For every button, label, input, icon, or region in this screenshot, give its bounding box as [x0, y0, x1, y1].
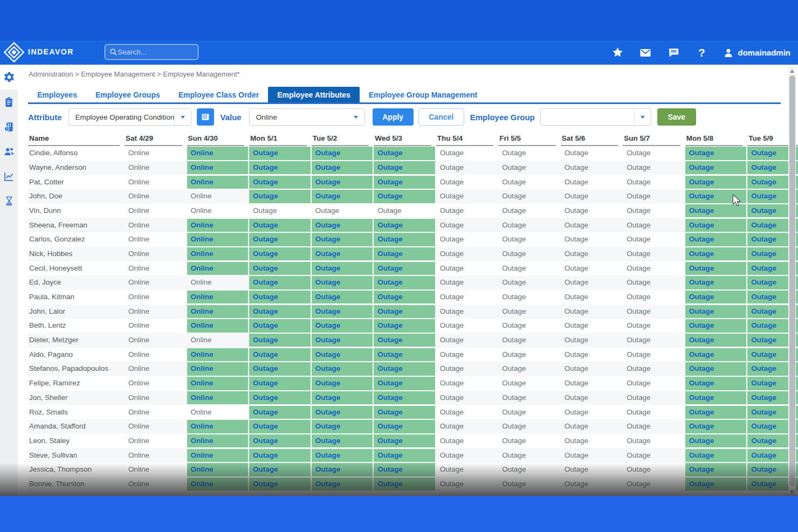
tab-employee-attributes[interactable]: Employee Attributes — [268, 87, 360, 102]
attribute-cell[interactable]: Online — [187, 391, 250, 405]
scrollbar-thumb[interactable] — [789, 75, 795, 486]
tab-employee-group-management[interactable]: Employee Group Management — [360, 87, 486, 102]
attribute-cell[interactable]: Outage — [374, 391, 436, 405]
attribute-cell[interactable]: Outage — [249, 275, 312, 290]
attribute-cell[interactable]: Outage — [685, 189, 748, 204]
sidebar-item-history[interactable] — [0, 189, 18, 213]
attribute-cell[interactable]: Outage — [561, 434, 623, 448]
attribute-cell[interactable]: Outage — [374, 146, 436, 161]
attribute-cell[interactable]: Online — [187, 319, 250, 333]
attribute-cell[interactable]: Outage — [498, 362, 561, 376]
attribute-cell[interactable]: Outage — [374, 362, 436, 376]
attribute-cell[interactable]: Outage — [498, 247, 561, 261]
sidebar-item-people[interactable] — [0, 139, 18, 164]
column-header[interactable]: Sat 5/6 — [561, 133, 623, 146]
attribute-cell[interactable]: Outage — [623, 275, 685, 290]
attribute-cell[interactable]: Outage — [374, 175, 436, 189]
attribute-cell[interactable]: Outage — [498, 305, 561, 319]
attribute-cell[interactable]: Outage — [561, 362, 623, 376]
attribute-cell[interactable]: Outage — [249, 462, 312, 477]
attribute-cell[interactable]: Online — [187, 189, 250, 204]
mail-icon[interactable] — [638, 46, 652, 60]
attribute-cell[interactable]: Outage — [561, 376, 623, 391]
attribute-cell[interactable]: Outage — [436, 146, 499, 161]
attribute-cell[interactable]: Outage — [623, 204, 685, 218]
attribute-cell[interactable]: Outage — [498, 218, 561, 232]
attribute-cell[interactable]: Outage — [685, 333, 748, 348]
sidebar-item-console[interactable] — [0, 114, 18, 139]
attribute-cell[interactable]: Outage — [312, 434, 374, 448]
attribute-cell[interactable]: Outage — [498, 161, 561, 175]
attribute-cell[interactable]: Outage — [498, 232, 561, 247]
attribute-cell[interactable]: Outage — [249, 319, 312, 333]
attribute-cell[interactable]: Online — [187, 247, 250, 261]
attribute-cell[interactable]: Outage — [498, 146, 561, 161]
attribute-cell[interactable]: Online — [187, 204, 250, 218]
attribute-cell[interactable]: Outage — [623, 261, 685, 276]
attribute-cell[interactable]: Outage — [623, 319, 685, 333]
attribute-cell[interactable]: Outage — [685, 419, 748, 434]
attribute-cell[interactable]: Online — [187, 376, 250, 391]
attribute-cell[interactable]: Outage — [685, 218, 748, 232]
employee-group-select-arrow[interactable] — [634, 109, 651, 125]
attribute-cell[interactable]: Outage — [498, 290, 561, 305]
attribute-cell[interactable]: Online — [187, 477, 250, 492]
date-grid-button[interactable] — [197, 108, 214, 126]
attribute-cell[interactable]: Outage — [685, 232, 748, 247]
attribute-cell[interactable]: Outage — [561, 175, 623, 189]
attribute-cell[interactable]: Online — [187, 362, 250, 376]
attribute-cell[interactable]: Outage — [249, 376, 312, 391]
column-header[interactable]: Sat 4/29 — [125, 133, 187, 146]
attribute-cell[interactable]: Outage — [561, 462, 623, 477]
attribute-cell[interactable]: Outage — [685, 204, 748, 218]
attribute-cell[interactable]: Outage — [561, 146, 623, 161]
attribute-cell[interactable]: Outage — [623, 333, 685, 348]
attribute-cell[interactable]: Outage — [561, 189, 623, 204]
attribute-cell[interactable]: Outage — [249, 362, 312, 376]
scroll-down-arrow[interactable] — [788, 488, 796, 496]
attribute-cell[interactable]: Outage — [374, 261, 436, 276]
attribute-cell[interactable]: Outage — [374, 462, 436, 477]
attribute-cell[interactable]: Outage — [249, 305, 312, 319]
column-header[interactable]: Thu 5/4 — [436, 133, 499, 146]
attribute-cell[interactable]: Outage — [374, 275, 436, 290]
messages-icon[interactable] — [666, 46, 680, 60]
attribute-cell[interactable]: Online — [187, 405, 250, 419]
attribute-cell[interactable]: Online — [125, 247, 187, 261]
attribute-cell[interactable]: Online — [187, 348, 250, 362]
attribute-cell[interactable]: Outage — [623, 391, 685, 405]
attribute-cell[interactable]: Outage — [436, 305, 499, 319]
attribute-cell[interactable]: Outage — [249, 290, 312, 305]
attribute-cell[interactable]: Outage — [685, 290, 748, 305]
attribute-cell[interactable]: Outage — [249, 204, 312, 218]
attribute-cell[interactable]: Outage — [374, 161, 436, 175]
attribute-cell[interactable]: Outage — [312, 362, 374, 376]
attribute-cell[interactable]: Outage — [312, 477, 374, 492]
attribute-cell[interactable]: Online — [125, 419, 187, 434]
attribute-cell[interactable]: Outage — [374, 376, 436, 391]
attribute-cell[interactable]: Outage — [249, 232, 312, 247]
attribute-cell[interactable]: Outage — [623, 348, 685, 362]
attribute-cell[interactable]: Outage — [561, 419, 623, 434]
attribute-cell[interactable]: Online — [187, 333, 250, 348]
attribute-cell[interactable]: Online — [125, 146, 187, 161]
attribute-cell[interactable]: Online — [125, 261, 187, 276]
attribute-cell[interactable]: Outage — [436, 391, 499, 405]
attribute-cell[interactable]: Outage — [623, 218, 685, 232]
attribute-cell[interactable]: Outage — [374, 448, 436, 462]
attribute-cell[interactable]: Outage — [249, 247, 312, 261]
attribute-cell[interactable]: Outage — [436, 462, 499, 477]
attribute-cell[interactable]: Outage — [312, 305, 374, 319]
attribute-cell[interactable]: Outage — [312, 290, 374, 305]
attribute-cell[interactable]: Outage — [623, 419, 685, 434]
attribute-cell[interactable]: Outage — [249, 405, 312, 419]
attribute-cell[interactable]: Outage — [436, 376, 499, 391]
attribute-cell[interactable]: Outage — [561, 448, 623, 462]
attribute-cell[interactable]: Outage — [312, 275, 374, 290]
attribute-cell[interactable]: Outage — [685, 362, 748, 376]
attribute-cell[interactable]: Outage — [561, 391, 623, 405]
attribute-cell[interactable]: Outage — [249, 434, 312, 448]
attribute-cell[interactable]: Outage — [498, 405, 561, 419]
user-menu[interactable]: domainadmin — [723, 47, 790, 59]
attribute-cell[interactable]: Outage — [374, 419, 436, 434]
